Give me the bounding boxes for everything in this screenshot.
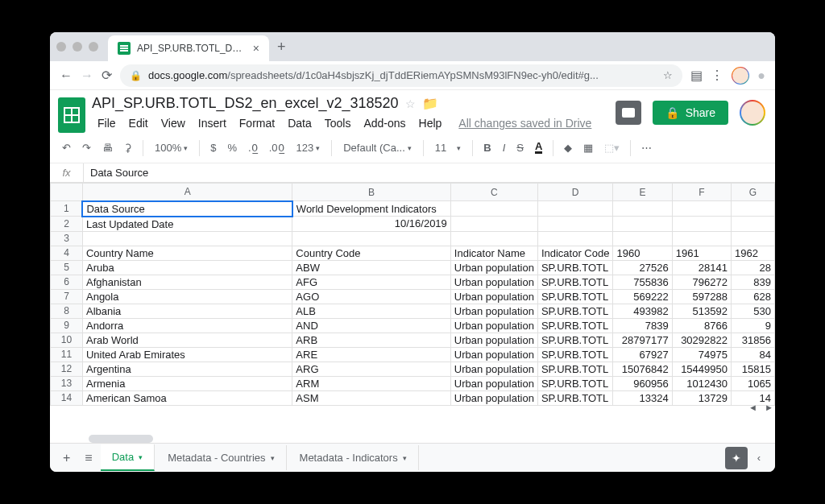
row-header[interactable]: 4 [51, 246, 83, 260]
cell[interactable]: Indicator Name [450, 246, 537, 260]
cell[interactable]: SP.URB.TOTL [537, 376, 613, 390]
sheets-app-icon[interactable] [58, 97, 85, 133]
cell[interactable]: AND [292, 318, 451, 333]
cell[interactable]: Urban population [450, 289, 537, 304]
save-status[interactable]: All changes saved in Drive [458, 117, 591, 130]
star-doc-icon[interactable]: ☆ [405, 97, 416, 110]
address-bar[interactable]: 🔒 docs.google.com/spreadsheets/d/1c0aH4s… [120, 64, 682, 87]
comments-button[interactable] [616, 101, 641, 125]
font-size-select[interactable]: 11▾ [430, 138, 466, 157]
cell[interactable]: 30292822 [672, 333, 731, 347]
cell[interactable] [450, 231, 537, 246]
cell[interactable]: SP.URB.TOTL [537, 275, 613, 289]
cell[interactable]: Andorra [82, 318, 292, 333]
horizontal-scrollbar[interactable] [89, 435, 153, 443]
row-header[interactable]: 5 [51, 260, 83, 275]
borders-button[interactable]: ▦ [579, 138, 597, 157]
print-button[interactable]: 🖶 [98, 138, 117, 157]
sheet-tab-data[interactable]: Data ▾ [101, 444, 155, 471]
cell[interactable]: 839 [731, 275, 774, 289]
close-tab-icon[interactable]: × [253, 42, 259, 55]
cell[interactable]: Afghanistan [82, 275, 292, 289]
cell[interactable]: AGO [292, 289, 451, 304]
cell[interactable]: Urban population [450, 376, 537, 390]
row-header[interactable]: 2 [51, 217, 83, 232]
minimize-window[interactable] [73, 42, 82, 52]
cell[interactable]: SP.URB.TOTL [537, 289, 613, 304]
chrome-menu-icon[interactable]: ● [757, 68, 765, 83]
row-header[interactable]: 1 [51, 201, 83, 217]
sheet-tab-metadata-countries[interactable]: Metadata - Countries ▾ [156, 445, 286, 470]
cell[interactable]: Urban population [450, 304, 537, 318]
sheet-tab-metadata-indicators[interactable]: Metadata - Indicators ▾ [288, 445, 419, 470]
increase-decimal-button[interactable]: .00̲ [265, 138, 288, 157]
cell[interactable] [731, 231, 774, 246]
row-header[interactable]: 13 [51, 376, 83, 390]
cell[interactable]: Last Updated Date [82, 217, 292, 232]
cell[interactable]: Country Code [292, 246, 451, 260]
menu-tools[interactable]: Tools [319, 114, 357, 132]
column-header[interactable]: B [292, 184, 451, 201]
undo-button[interactable]: ↶ [58, 138, 75, 157]
column-header[interactable]: F [672, 184, 731, 201]
sheet-scroll-left[interactable]: ‹ [749, 447, 769, 469]
reload-button[interactable]: ⟳ [102, 68, 112, 83]
cell[interactable]: 1962 [731, 246, 774, 260]
percent-button[interactable]: % [223, 138, 241, 157]
cell[interactable]: SP.URB.TOTL [537, 347, 613, 361]
zoom-select[interactable]: 100%▾ [150, 138, 193, 157]
cell[interactable] [731, 201, 774, 217]
cell[interactable]: Armenia [82, 376, 292, 390]
explore-button[interactable]: ✦ [725, 447, 748, 469]
cell[interactable]: 28141 [672, 260, 731, 275]
cell[interactable]: ARB [292, 333, 451, 347]
chevron-down-icon[interactable]: ▾ [139, 453, 143, 461]
cell[interactable] [537, 231, 613, 246]
row-header[interactable]: 10 [51, 333, 83, 347]
cell[interactable]: 13324 [613, 390, 672, 405]
browser-tab[interactable]: API_SP.URB.TOTL_DS2_en_exc × [108, 35, 269, 61]
cell[interactable]: 10/16/2019 [292, 217, 451, 232]
cell[interactable]: Argentina [82, 361, 292, 376]
cell[interactable]: ARG [292, 361, 451, 376]
cell[interactable]: 15449950 [672, 361, 731, 376]
fill-color-button[interactable]: ◆ [560, 138, 576, 157]
chevron-down-icon[interactable]: ▾ [403, 454, 407, 462]
redo-button[interactable]: ↷ [78, 138, 95, 157]
cell[interactable]: 28797177 [613, 333, 672, 347]
cell[interactable]: Urban population [450, 260, 537, 275]
cell[interactable]: 755836 [613, 275, 672, 289]
cell[interactable] [292, 231, 451, 246]
back-button[interactable]: ← [60, 68, 73, 83]
cell[interactable]: 796272 [672, 275, 731, 289]
row-header[interactable]: 12 [51, 361, 83, 376]
column-header[interactable]: G [731, 184, 774, 201]
new-tab-button[interactable]: + [277, 39, 286, 56]
cell[interactable]: ARE [292, 347, 451, 361]
cell[interactable] [537, 217, 613, 232]
cell[interactable]: 74975 [672, 347, 731, 361]
cell[interactable]: 530 [731, 304, 774, 318]
formula-input[interactable]: Data Source [84, 167, 148, 179]
cell[interactable]: Aruba [82, 260, 292, 275]
cell[interactable]: ALB [292, 304, 451, 318]
cell[interactable] [672, 217, 731, 232]
cell[interactable]: 15815 [731, 361, 774, 376]
cell[interactable]: 597288 [672, 289, 731, 304]
row-header[interactable]: 3 [51, 231, 83, 246]
bold-button[interactable]: B [479, 138, 495, 157]
merge-button[interactable]: ⬚▾ [600, 138, 624, 157]
cell[interactable]: Urban population [450, 333, 537, 347]
all-sheets-button[interactable]: ≡ [78, 446, 98, 470]
cell[interactable]: 569222 [613, 289, 672, 304]
cell[interactable]: 1961 [672, 246, 731, 260]
cell[interactable]: SP.URB.TOTL [537, 390, 613, 405]
cell[interactable]: SP.URB.TOTL [537, 318, 613, 333]
cell[interactable]: Urban population [450, 361, 537, 376]
cell[interactable]: World Development Indicators [292, 201, 451, 217]
cell[interactable] [450, 217, 537, 232]
paint-format-button[interactable]: ⚳ [120, 138, 136, 157]
spreadsheet-grid[interactable]: ABCDEFG1Data SourceWorld Development Ind… [50, 183, 775, 406]
scroll-nav[interactable]: ◄ ► [748, 403, 773, 412]
column-header[interactable]: E [613, 184, 672, 201]
